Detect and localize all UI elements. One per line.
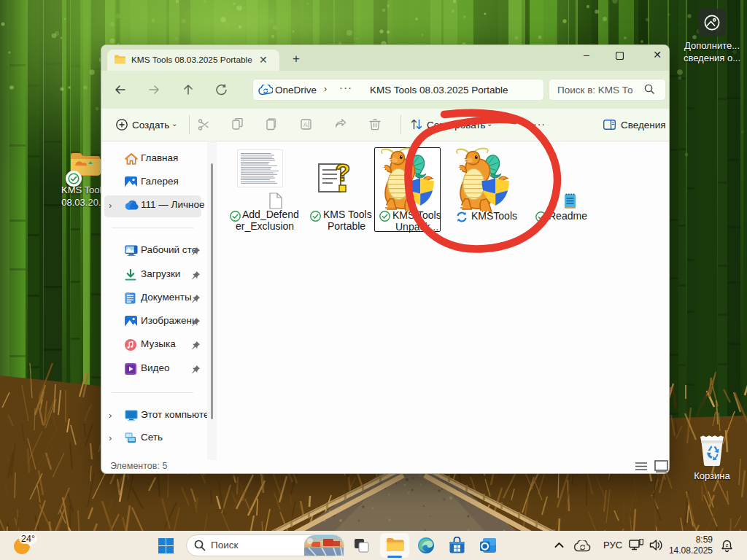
svg-text:z: z [726,542,729,548]
svg-text:A: A [303,121,308,128]
svg-text:?: ? [336,159,351,186]
